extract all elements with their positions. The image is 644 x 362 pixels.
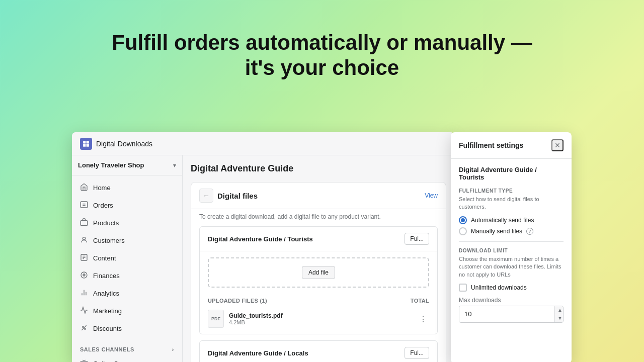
product-section-tourists-header: Digital Adventure Guide / Tourists Ful..…	[200, 227, 437, 251]
file-menu-tourists[interactable]: ⋮	[417, 313, 429, 325]
top-bar: Digital Downloads	[72, 132, 454, 155]
add-file-button-tourists[interactable]: Add file	[302, 266, 335, 279]
sidebar: Lonely Traveler Shop ▾ Home Orders	[72, 155, 183, 362]
locals-title: Digital Adventure Guide / Locals	[208, 349, 308, 357]
sidebar-item-finances-label: Finances	[93, 272, 120, 280]
digital-files-title: Digital files	[217, 192, 258, 200]
app-icon	[80, 138, 92, 150]
sidebar-item-marketing-label: Marketing	[93, 307, 122, 315]
view-button[interactable]: View	[425, 192, 438, 199]
unlimited-downloads-row[interactable]: Unlimited downloads	[459, 284, 564, 292]
fulfillment-type-label: FULFILLMENT TYPE	[459, 188, 564, 194]
unlimited-downloads-checkbox[interactable]	[459, 284, 467, 292]
sidebar-item-content-label: Content	[93, 254, 116, 262]
page-title: Digital Adventure Guide	[191, 163, 446, 174]
svg-point-19	[85, 328, 86, 330]
sidebar-item-customers-label: Customers	[93, 237, 125, 244]
svg-rect-1	[87, 141, 89, 143]
orders-icon	[80, 201, 89, 210]
file-row-tourists: PDF Guide_tourists.pdf 4.2MB ⋮	[200, 306, 437, 332]
sidebar-item-discounts-label: Discounts	[93, 325, 122, 332]
home-icon	[80, 183, 89, 192]
sidebar-item-home-label: Home	[93, 184, 111, 192]
analytics-icon	[80, 289, 89, 298]
max-downloads-label: Max downloads	[459, 297, 564, 304]
upload-area-tourists[interactable]: Add file	[208, 257, 429, 288]
svg-rect-2	[83, 144, 86, 146]
panel-body: Digital Adventure Guide / Tourists FULFI…	[451, 159, 572, 330]
app-window: Digital Downloads Lonely Traveler Shop ▾…	[72, 132, 454, 362]
sales-channels-expand-icon[interactable]: ›	[172, 346, 174, 352]
hero-title: Fulfill orders automatically or manually…	[101, 30, 543, 81]
sidebar-item-orders[interactable]: Orders	[74, 197, 180, 214]
sidebar-item-marketing[interactable]: Marketing	[74, 302, 180, 319]
finances-icon	[80, 271, 89, 280]
sidebar-item-products-label: Products	[93, 219, 119, 227]
product-section-locals: Digital Adventure Guide / Locals Ful...	[199, 340, 438, 362]
sidebar-item-content[interactable]: Content	[74, 249, 180, 266]
sidebar-item-analytics-label: Analytics	[93, 290, 119, 297]
uploaded-files-label: UPLOADED FILES (1) Total	[200, 294, 437, 306]
fulfillment-type-desc: Select how to send digital files to cust…	[459, 196, 564, 211]
top-bar-title: Digital Downloads	[96, 140, 152, 148]
tourists-title: Digital Adventure Guide / Tourists	[208, 235, 313, 243]
manual-send-radio[interactable]	[459, 227, 467, 235]
online-store-icon	[80, 359, 89, 362]
app-layout: Lonely Traveler Shop ▾ Home Orders	[72, 155, 454, 362]
sidebar-item-products[interactable]: Products	[74, 214, 180, 231]
svg-rect-3	[87, 144, 89, 146]
max-downloads-input-row: ▲ ▼	[459, 306, 564, 323]
svg-rect-4	[80, 202, 87, 208]
file-name-tourists: Guide_tourists.pdf	[229, 312, 412, 319]
shop-selector[interactable]: Lonely Traveler Shop ▾	[72, 155, 182, 175]
svg-point-18	[83, 326, 84, 328]
download-limit-label: DOWNLOAD LIMIT	[459, 248, 564, 253]
sidebar-item-online-store-label: Online Store	[93, 360, 129, 363]
svg-rect-7	[80, 221, 87, 226]
svg-point-8	[83, 237, 85, 240]
max-downloads-input[interactable]	[459, 306, 554, 322]
panel-header: Fulfillment settings ×	[451, 132, 572, 159]
back-button[interactable]: ←	[199, 189, 213, 203]
shop-chevron-icon: ▾	[173, 162, 176, 169]
sales-channels-section: Sales channels ›	[72, 340, 182, 354]
auto-send-radio[interactable]	[459, 216, 467, 224]
svg-rect-0	[83, 141, 86, 143]
hero-section: Fulfill orders automatically or manually…	[0, 30, 644, 81]
panel-product-title: Digital Adventure Guide / Tourists	[459, 166, 564, 181]
shop-name: Lonely Traveler Shop	[78, 161, 144, 169]
increment-button[interactable]: ▲	[554, 306, 564, 314]
sales-channels-label: Sales channels	[80, 346, 134, 352]
auto-send-label: Automatically send files	[471, 217, 534, 224]
products-icon	[80, 218, 89, 227]
marketing-icon	[80, 306, 89, 315]
product-section-locals-header: Digital Adventure Guide / Locals Ful...	[200, 341, 437, 362]
sidebar-item-online-store[interactable]: Online Store	[74, 355, 180, 362]
discounts-icon	[80, 324, 89, 333]
help-icon[interactable]: ?	[526, 228, 533, 235]
content-icon	[80, 253, 89, 262]
sidebar-item-customers[interactable]: Customers	[74, 232, 180, 249]
sidebar-item-home[interactable]: Home	[74, 179, 180, 196]
panel-title: Fulfillment settings	[459, 141, 523, 149]
manual-send-option[interactable]: Manually send files ?	[459, 227, 564, 235]
unlimited-downloads-label: Unlimited downloads	[471, 284, 527, 291]
file-icon-tourists: PDF	[208, 310, 224, 328]
locals-fulfill-button[interactable]: Ful...	[405, 347, 429, 359]
sidebar-item-discounts[interactable]: Discounts	[74, 320, 180, 337]
auto-send-option[interactable]: Automatically send files	[459, 216, 564, 224]
file-info-tourists: Guide_tourists.pdf 4.2MB	[229, 312, 412, 325]
digital-files-desc: To create a digital download, add a digi…	[191, 209, 446, 226]
file-size-tourists: 4.2MB	[229, 319, 412, 325]
divider	[459, 241, 564, 242]
close-button[interactable]: ×	[551, 139, 564, 151]
sidebar-item-finances[interactable]: Finances	[74, 267, 180, 284]
product-section-tourists: Digital Adventure Guide / Tourists Ful..…	[199, 226, 438, 334]
customers-icon	[80, 236, 89, 245]
download-limit-desc: Choose the maximum number of times a cus…	[459, 255, 564, 279]
decrement-button[interactable]: ▼	[554, 314, 564, 322]
sidebar-item-orders-label: Orders	[93, 202, 113, 209]
sidebar-item-analytics[interactable]: Analytics	[74, 285, 180, 302]
tourists-fulfill-button[interactable]: Ful...	[405, 233, 429, 245]
manual-send-label: Manually send files	[471, 228, 522, 235]
